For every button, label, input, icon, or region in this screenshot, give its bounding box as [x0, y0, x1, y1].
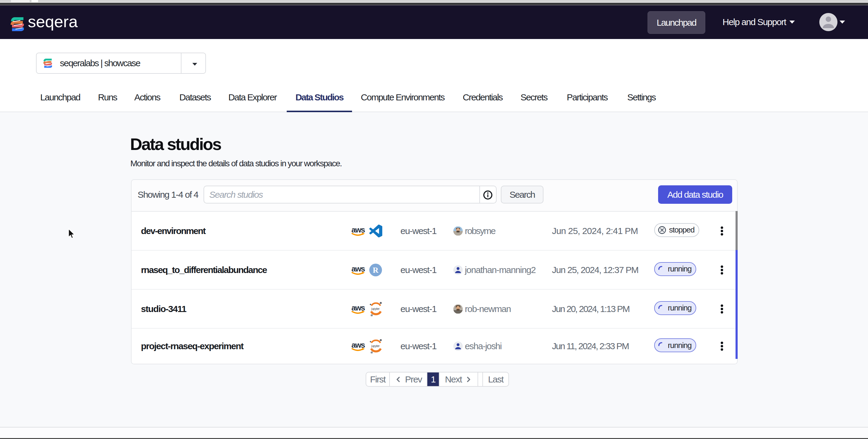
- svg-text:R: R: [373, 266, 379, 275]
